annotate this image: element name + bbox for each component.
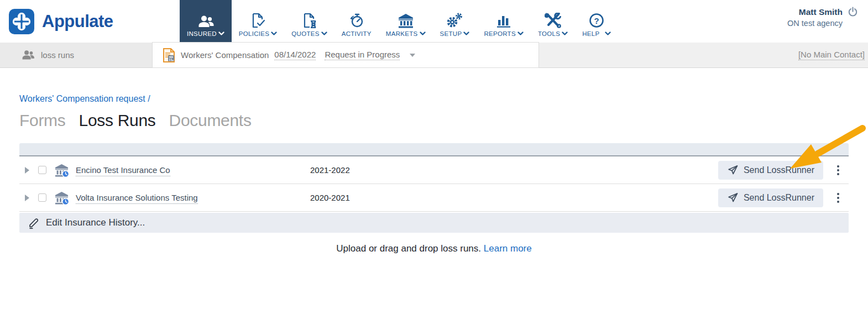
brand-logo[interactable]: Appulate bbox=[0, 0, 180, 43]
loss-run-row: Encino Test Insurance Co 2021-2022 Send … bbox=[19, 156, 849, 184]
chevron-down-icon bbox=[605, 32, 611, 36]
doc-check-icon bbox=[251, 12, 265, 28]
svg-text:?: ? bbox=[594, 16, 599, 25]
nav-activity-label: ACTIVITY bbox=[342, 30, 372, 37]
clover-icon bbox=[9, 9, 34, 34]
chevron-down-icon bbox=[218, 32, 224, 36]
upload-hint: Upload or drag and drop loss runs. Learn… bbox=[19, 243, 849, 254]
expand-row-icon[interactable] bbox=[25, 167, 29, 174]
entity-label-area: loss runs bbox=[0, 43, 152, 67]
tab-documents[interactable]: Documents bbox=[169, 111, 252, 130]
power-icon[interactable] bbox=[848, 7, 858, 17]
brand-name: Appulate bbox=[42, 12, 113, 32]
expand-row-icon[interactable] bbox=[25, 195, 29, 201]
grid-header-band bbox=[19, 143, 849, 156]
nav-policies[interactable]: POLICIES bbox=[232, 0, 284, 43]
nav-quotes-label: QUOTES bbox=[291, 30, 319, 37]
send-lossrunner-label: Send LossRunner bbox=[744, 193, 814, 203]
pencil-icon bbox=[28, 217, 40, 229]
tab-bar: Forms Loss Runs Documents bbox=[19, 111, 849, 130]
row-menu-kebab-icon[interactable] bbox=[830, 162, 846, 179]
edit-insurance-history-button[interactable]: Edit Insurance History... bbox=[19, 213, 849, 233]
learn-more-link[interactable]: Learn more bbox=[484, 243, 532, 254]
user-name[interactable]: Matt Smith bbox=[799, 7, 843, 17]
status-dropdown-icon[interactable] bbox=[410, 54, 415, 57]
bar-chart-icon bbox=[496, 12, 511, 28]
nav-markets-label: MARKETS bbox=[386, 30, 418, 37]
nav-policies-label: POLICIES bbox=[239, 30, 269, 37]
tab-forms[interactable]: Forms bbox=[19, 111, 66, 130]
row-menu-kebab-icon[interactable] bbox=[830, 190, 846, 206]
user-block: Matt Smith ON test agency bbox=[787, 0, 868, 43]
send-icon bbox=[727, 192, 739, 203]
nav-insured-label: INSURED bbox=[187, 30, 217, 37]
send-icon bbox=[727, 164, 739, 176]
stopwatch-icon bbox=[349, 12, 364, 28]
nav-activity[interactable]: ACTIVITY bbox=[334, 0, 379, 43]
bank-clock-icon bbox=[54, 164, 69, 177]
edit-insurance-history-label: Edit Insurance History... bbox=[46, 217, 145, 228]
nav-tools[interactable]: TOOLS bbox=[531, 0, 575, 43]
tools-icon bbox=[545, 12, 561, 28]
chevron-down-icon bbox=[517, 32, 524, 36]
nav-setup-label: SETUP bbox=[440, 30, 462, 37]
top-header: Appulate INSURED POLICIES bbox=[0, 0, 868, 43]
gears-icon bbox=[446, 12, 463, 28]
main-contact-link[interactable]: [No Main Contact] bbox=[798, 50, 865, 60]
policy-period: 2020-2021 bbox=[310, 193, 718, 202]
carrier-name-link[interactable]: Volta Insurance Solutions Testing bbox=[76, 193, 198, 204]
nav-markets[interactable]: MARKETS bbox=[379, 0, 433, 43]
people-icon bbox=[21, 50, 35, 60]
upload-hint-text: Upload or drag and drop loss runs. bbox=[336, 243, 481, 254]
main-nav: INSURED POLICIES QUOTES bbox=[180, 0, 618, 43]
send-lossrunner-label: Send LossRunner bbox=[744, 165, 814, 175]
bank-icon bbox=[398, 12, 414, 28]
policy-period: 2021-2022 bbox=[310, 165, 718, 175]
tab-loss-runs[interactable]: Loss Runs bbox=[79, 111, 156, 130]
loss-runs-grid: Encino Test Insurance Co 2021-2022 Send … bbox=[19, 143, 849, 254]
nav-help[interactable]: ? HELP bbox=[575, 0, 618, 43]
people-icon bbox=[197, 12, 214, 28]
context-bar: loss runs Workers' Compensation 08/14/20… bbox=[0, 43, 868, 68]
chevron-down-icon bbox=[321, 32, 327, 36]
breadcrumb[interactable]: Workers' Compensation request / bbox=[19, 94, 849, 104]
chevron-down-icon bbox=[463, 32, 469, 36]
chevron-down-icon bbox=[420, 32, 426, 36]
user-agency: ON test agency bbox=[787, 19, 858, 28]
send-lossrunner-button[interactable]: Send LossRunner bbox=[718, 188, 823, 207]
nav-setup[interactable]: SETUP bbox=[433, 0, 477, 43]
question-circle-icon: ? bbox=[589, 12, 604, 28]
nav-insured[interactable]: INSURED bbox=[180, 0, 232, 43]
send-lossrunner-button[interactable]: Send LossRunner bbox=[718, 161, 823, 180]
request-date[interactable]: 08/14/2022 bbox=[274, 50, 316, 60]
request-status[interactable]: Request in Progress bbox=[325, 50, 400, 60]
request-title: Workers' Compensation bbox=[181, 50, 269, 60]
nav-reports[interactable]: REPORTS bbox=[477, 0, 530, 43]
nav-reports-label: REPORTS bbox=[484, 30, 515, 37]
nav-help-label: HELP bbox=[582, 30, 599, 37]
entity-label: loss runs bbox=[41, 50, 74, 60]
bank-clock-icon bbox=[54, 191, 69, 205]
nav-tools-label: TOOLS bbox=[538, 30, 560, 37]
chevron-down-icon bbox=[271, 32, 277, 36]
workers-comp-doc-icon bbox=[163, 48, 175, 62]
row-checkbox[interactable] bbox=[38, 193, 46, 202]
carrier-name-link[interactable]: Encino Test Insurance Co bbox=[76, 165, 170, 176]
chevron-down-icon bbox=[562, 32, 568, 36]
appulate-app: Appulate INSURED POLICIES bbox=[0, 0, 868, 330]
row-checkbox[interactable] bbox=[38, 166, 46, 174]
loss-run-row: Volta Insurance Solutions Testing 2020-2… bbox=[19, 184, 849, 212]
request-summary-panel: Workers' Compensation 08/14/2022 Request… bbox=[152, 42, 539, 68]
nav-quotes[interactable]: QUOTES bbox=[284, 0, 334, 43]
main-content: Workers' Compensation request / Forms Lo… bbox=[0, 94, 868, 254]
doc-hourglass-icon bbox=[302, 12, 317, 28]
